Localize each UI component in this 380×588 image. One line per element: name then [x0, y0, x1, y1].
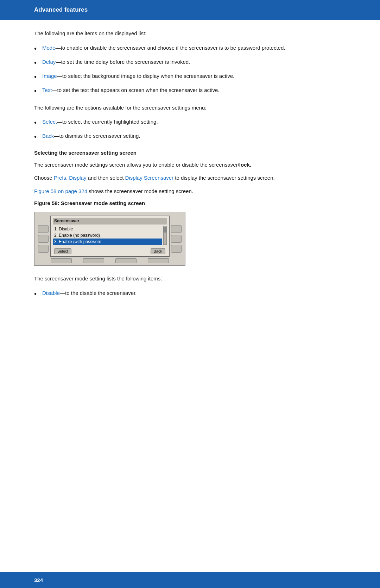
list-item: • Text—to set the text that appears on s… — [34, 86, 346, 96]
bullet-dot: • — [34, 117, 37, 128]
back-button: Back — [151, 248, 165, 254]
scroll-bar — [163, 226, 167, 245]
header-bar: Advanced features — [0, 0, 380, 20]
term-mode: Mode — [42, 45, 56, 51]
intro-text: The following are the items on the displ… — [34, 30, 346, 38]
desc-select: —to select the currently highlighted set… — [57, 119, 158, 125]
bullet-dot: • — [34, 289, 37, 299]
body-2-sep: , — [66, 175, 69, 181]
section-body-2: Choose Prefs, Display and then select Di… — [34, 174, 346, 182]
list-item: • Select—to select the currently highlig… — [34, 118, 346, 128]
footer-bar: 324 — [0, 572, 380, 588]
desc-disable: —to the disable the screensaver. — [60, 290, 137, 296]
items-list: • Mode—to enable or disable the screensa… — [34, 44, 346, 96]
bottom-btn-3 — [115, 258, 137, 263]
body-1-text: The screensaver mode settings screen all… — [34, 162, 239, 168]
side-btn-1 — [38, 225, 49, 233]
bullet-dot: • — [34, 72, 37, 82]
phone-container: Screensaver 1. Disable 2. Enable (no pas… — [37, 214, 183, 263]
figure-link-suffix: shows the screensaver mode setting scree… — [87, 188, 193, 194]
bullet-dot: • — [34, 131, 37, 142]
desc-mode: —to enable or disable the screensaver an… — [56, 45, 285, 51]
right-side-buttons — [170, 214, 183, 263]
bottom-btn-4 — [148, 258, 169, 263]
section-heading: Selecting the screensaver setting screen — [34, 150, 346, 156]
side-btn-r3 — [171, 245, 182, 253]
content-area: The following are the items on the displ… — [0, 30, 380, 439]
bullet-text: Delay—to set the time delay before the s… — [42, 58, 190, 66]
bullet-text: Back—to dismiss the screensaver setting. — [42, 132, 140, 140]
term-disable: Disable — [42, 290, 60, 296]
page-number: 324 — [34, 577, 43, 583]
bottom-btn-2 — [83, 258, 104, 263]
term-select: Select — [42, 119, 57, 125]
link-prefs: Prefs — [54, 175, 66, 181]
term-image: Image — [42, 73, 57, 79]
outro-text: The screensaver mode setting lists the f… — [34, 275, 346, 283]
screen-item-3: 3. Enable (with password — [53, 239, 162, 245]
figure-link-paragraph: Figure 58 on page 324 shows the screensa… — [34, 187, 346, 196]
list-item: • Image—to select the background image t… — [34, 72, 346, 82]
link-display-screensaver: Display Screensaver — [125, 175, 174, 181]
list-item: • Back—to dismiss the screensaver settin… — [34, 132, 346, 142]
scroll-thumb — [164, 227, 166, 233]
body-1-bold: lock. — [239, 162, 251, 168]
spacer — [71, 248, 151, 254]
bullet-text: Text—to set the text that appears on scr… — [42, 86, 220, 94]
screensaver-figure: Screensaver 1. Disable 2. Enable (no pas… — [34, 212, 185, 266]
page-container: Advanced features The following are the … — [0, 0, 380, 588]
bottom-btn-1 — [51, 258, 72, 263]
side-btn-3 — [38, 245, 49, 253]
body-2-middle: and then select — [86, 175, 125, 181]
select-button: Select — [54, 248, 71, 254]
desc-image: —to select the background image to displ… — [57, 73, 234, 79]
options-list: • Select—to select the currently highlig… — [34, 118, 346, 142]
body-2-suffix: to display the screensaver settings scre… — [173, 175, 275, 181]
side-btn-2 — [38, 235, 49, 243]
desc-text: —to set the text that appears on screen … — [52, 87, 220, 93]
link-display: Display — [69, 175, 86, 181]
screen-wrapper: Screensaver 1. Disable 2. Enable (no pas… — [50, 214, 170, 263]
figure-caption: Figure 58: Screensaver mode setting scre… — [34, 200, 346, 206]
header-title: Advanced features — [34, 6, 88, 13]
list-item: • Delay—to set the time delay before the… — [34, 58, 346, 68]
term-text: Text — [42, 87, 52, 93]
bullet-dot: • — [34, 57, 37, 68]
screen-item-2: 2. Enable (no password) — [53, 232, 162, 239]
bullet-text: Select—to select the currently highlight… — [42, 118, 158, 126]
desc-delay: —to set the time delay before the screen… — [56, 59, 190, 65]
list-item: • Mode—to enable or disable the screensa… — [34, 44, 346, 54]
figure-link[interactable]: Figure 58 on page 324 — [34, 188, 87, 194]
bullet-text: Image—to select the background image to … — [42, 72, 234, 80]
bullet-text: Disable—to the disable the screensaver. — [42, 289, 137, 297]
left-side-buttons — [37, 214, 50, 263]
term-delay: Delay — [42, 59, 56, 65]
options-intro: The following are the options available … — [34, 104, 346, 112]
screen-area: Screensaver 1. Disable 2. Enable (no pas… — [50, 216, 170, 257]
screen-title: Screensaver — [53, 218, 167, 224]
side-btn-r1 — [171, 225, 182, 233]
outro-list: • Disable—to the disable the screensaver… — [34, 289, 346, 299]
side-btn-r2 — [171, 235, 182, 243]
term-back: Back — [42, 133, 54, 139]
bullet-text: Mode—to enable or disable the screensave… — [42, 44, 285, 52]
body-2-prefix: Choose — [34, 175, 54, 181]
bullet-dot: • — [34, 43, 37, 54]
content-spacer — [0, 439, 380, 572]
bottom-phone-buttons — [50, 258, 170, 263]
desc-back: —to dismiss the screensaver setting. — [54, 133, 140, 139]
section-body-1: The screensaver mode settings screen all… — [34, 161, 346, 169]
bullet-dot: • — [34, 86, 37, 96]
screen-item-1: 1. Disable — [53, 226, 162, 232]
screen-bottom-bar: Select Back — [53, 247, 167, 255]
list-item: • Disable—to the disable the screensaver… — [34, 289, 346, 299]
